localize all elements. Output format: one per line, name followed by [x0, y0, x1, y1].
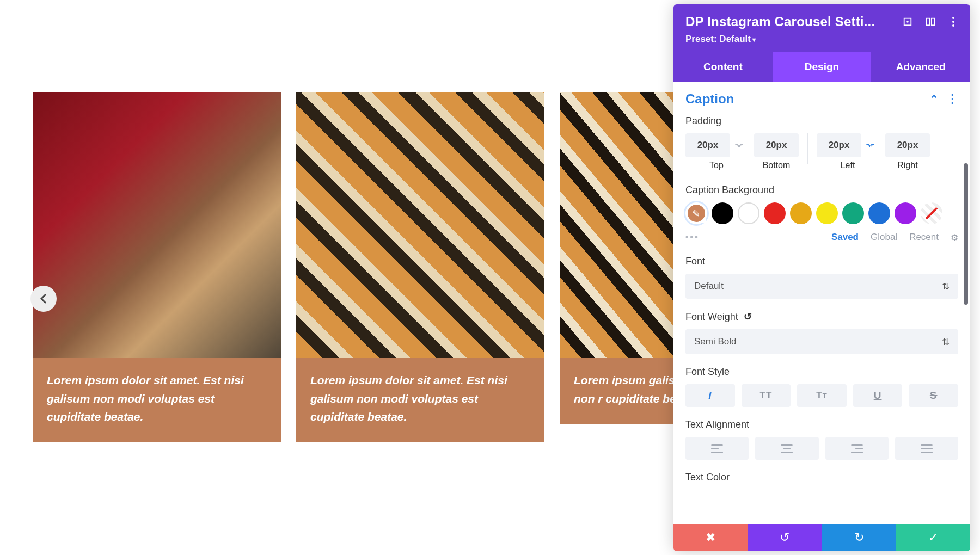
settings-panel: DP Instagram Carousel Setti... Preset: D… — [673, 4, 970, 551]
color-swatches: ✎ — [685, 202, 958, 224]
link-horizontal-icon[interactable]: ⫘ — [861, 133, 879, 157]
swatch-red[interactable] — [764, 202, 786, 224]
svg-rect-3 — [932, 18, 934, 26]
padding-top-input[interactable] — [685, 133, 730, 157]
carousel-card[interactable]: Lorem ipsum dolor sit amet. Est nisi gal… — [33, 92, 281, 442]
caret-icon: ⇅ — [942, 281, 950, 292]
section-more-icon[interactable]: ⋮ — [946, 96, 958, 102]
padding-row: ⫘ Top Bottom ⫘ Left Right — [685, 133, 958, 170]
columns-icon[interactable] — [926, 17, 935, 27]
collapse-icon[interactable]: ⌃ — [929, 92, 939, 106]
card-caption: Lorem ipsum dolor sit amet. Est nisi gal… — [296, 358, 544, 442]
scrollbar[interactable] — [964, 163, 968, 305]
padding-left-input[interactable] — [817, 133, 861, 157]
underline-button[interactable]: U — [853, 384, 903, 407]
text-color-label: Text Color — [685, 472, 958, 483]
caret-icon: ⇅ — [942, 336, 950, 348]
reset-icon[interactable]: ↺ — [744, 311, 752, 322]
font-weight-select[interactable]: Semi Bold ⇅ — [685, 329, 958, 354]
expand-icon[interactable] — [903, 17, 912, 27]
caption-bg-label: Caption Background — [685, 184, 958, 196]
padding-right-label: Right — [897, 161, 917, 170]
font-value: Default — [694, 281, 724, 292]
padding-left-label: Left — [841, 161, 855, 170]
font-style-buttons: I TT TT U S — [685, 384, 958, 407]
swatch-white[interactable] — [738, 202, 759, 224]
redo-button[interactable]: ↻ — [822, 524, 896, 551]
section-title[interactable]: Caption — [685, 91, 734, 107]
tab-design[interactable]: Design — [773, 52, 872, 82]
palette-global[interactable]: Global — [871, 232, 897, 243]
text-align-buttons — [685, 437, 958, 460]
padding-bottom-input[interactable] — [754, 133, 799, 157]
card-image — [296, 92, 544, 358]
more-swatches-icon[interactable]: ••• — [685, 232, 700, 242]
palette-saved[interactable]: Saved — [831, 232, 859, 243]
padding-bottom-label: Bottom — [763, 161, 791, 170]
align-right-button[interactable] — [825, 437, 889, 460]
svg-point-1 — [906, 21, 909, 23]
carousel-card[interactable]: Lorem ipsum dolor sit amet. Est nisi gal… — [296, 92, 544, 442]
align-justify-button[interactable] — [895, 437, 958, 460]
svg-rect-2 — [927, 18, 929, 26]
swatch-blue[interactable] — [868, 202, 890, 224]
align-center-button[interactable] — [755, 437, 818, 460]
align-left-button[interactable] — [685, 437, 749, 460]
italic-button[interactable]: I — [685, 384, 735, 407]
card-image — [33, 92, 281, 358]
font-weight-value: Semi Bold — [694, 336, 736, 347]
palette-recent[interactable]: Recent — [909, 232, 939, 243]
panel-header: DP Instagram Carousel Setti... Preset: D… — [673, 4, 970, 52]
strikethrough-button[interactable]: S — [909, 384, 958, 407]
swatch-purple[interactable] — [895, 202, 916, 224]
panel-title: DP Instagram Carousel Setti... — [685, 14, 875, 29]
capitalize-button[interactable]: TT — [797, 384, 847, 407]
tab-content[interactable]: Content — [673, 52, 773, 82]
card-caption: Lorem ipsum dolor sit amet. Est nisi gal… — [33, 358, 281, 442]
swatch-yellow[interactable] — [816, 202, 838, 224]
swatch-none[interactable] — [921, 202, 942, 224]
font-style-label: Font Style — [685, 366, 958, 378]
palette-settings-icon[interactable]: ⚙ — [951, 232, 958, 243]
uppercase-button[interactable]: TT — [742, 384, 791, 407]
text-align-label: Text Alignment — [685, 419, 958, 430]
color-picker-swatch[interactable]: ✎ — [685, 202, 707, 224]
carousel-prev[interactable] — [30, 286, 57, 312]
padding-label: Padding — [685, 115, 958, 127]
padding-right-input[interactable] — [885, 133, 930, 157]
swatch-teal[interactable] — [842, 202, 864, 224]
chevron-left-icon — [38, 293, 49, 304]
font-weight-label: Font Weight↺ — [685, 311, 958, 323]
carousel: Lorem ipsum dolor sit amet. Est nisi gal… — [33, 92, 723, 442]
tab-advanced[interactable]: Advanced — [871, 52, 970, 82]
eyedropper-icon: ✎ — [692, 208, 700, 220]
tabs: Content Design Advanced — [673, 52, 970, 82]
more-icon[interactable] — [948, 17, 958, 27]
font-select[interactable]: Default ⇅ — [685, 274, 958, 299]
preset-dropdown[interactable]: Preset: Default — [685, 34, 958, 45]
save-button[interactable]: ✓ — [896, 524, 970, 551]
divider — [807, 133, 808, 164]
link-vertical-icon[interactable]: ⫘ — [730, 133, 748, 157]
undo-button[interactable]: ↺ — [748, 524, 822, 551]
font-label: Font — [685, 256, 958, 267]
cancel-button[interactable]: ✖ — [673, 524, 748, 551]
swatch-black[interactable] — [712, 202, 733, 224]
swatch-orange[interactable] — [790, 202, 812, 224]
padding-top-label: Top — [709, 161, 724, 170]
panel-footer: ✖ ↺ ↻ ✓ — [673, 524, 970, 551]
panel-body: Caption ⌃ ⋮ Padding ⫘ Top Bottom — [673, 82, 970, 524]
